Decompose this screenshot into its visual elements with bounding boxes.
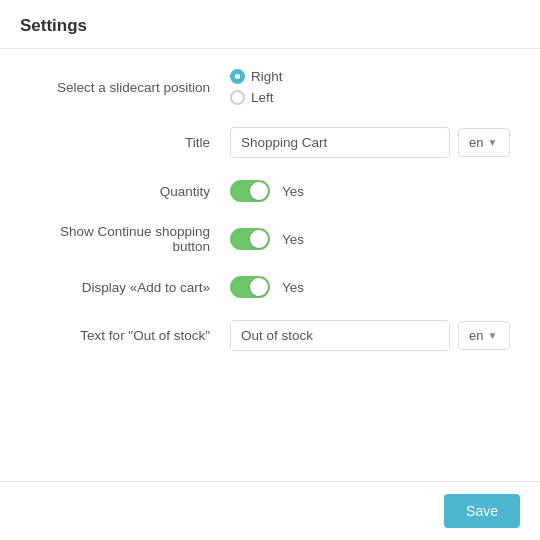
- continue-shopping-control: Yes: [230, 228, 510, 250]
- title-label: Title: [30, 135, 230, 150]
- title-row: Title en ▼: [30, 127, 510, 158]
- add-to-cart-toggle-track[interactable]: [230, 276, 270, 298]
- continue-shopping-label: Show Continue shopping button: [30, 224, 230, 254]
- continue-shopping-toggle-label: Yes: [282, 232, 304, 247]
- title-lang-value: en: [469, 135, 483, 150]
- add-to-cart-label: Display «Add to cart»: [30, 280, 230, 295]
- quantity-row: Quantity Yes: [30, 180, 510, 202]
- out-of-stock-row: Text for "Out of stock" en ▼: [30, 320, 510, 351]
- continue-shopping-toggle-track[interactable]: [230, 228, 270, 250]
- quantity-toggle-label: Yes: [282, 184, 304, 199]
- slidecart-position-label: Select a slidecart position: [30, 80, 230, 95]
- quantity-toggle-track[interactable]: [230, 180, 270, 202]
- position-radio-group: Right Left: [230, 69, 283, 105]
- save-button[interactable]: Save: [444, 494, 520, 528]
- page-title: Settings: [20, 16, 87, 35]
- position-right-radio[interactable]: [230, 69, 245, 84]
- quantity-toggle-thumb: [250, 182, 268, 200]
- add-to-cart-toggle-thumb: [250, 278, 268, 296]
- out-of-stock-input[interactable]: [230, 320, 450, 351]
- quantity-label: Quantity: [30, 184, 230, 199]
- title-control: en ▼: [230, 127, 510, 158]
- add-to-cart-toggle[interactable]: [230, 276, 270, 298]
- title-lang-dropdown[interactable]: en ▼: [458, 128, 510, 157]
- slidecart-position-control: Right Left: [230, 69, 510, 105]
- quantity-control: Yes: [230, 180, 510, 202]
- add-to-cart-toggle-label: Yes: [282, 280, 304, 295]
- main-content: Select a slidecart position Right Left T…: [0, 49, 540, 481]
- position-right-item[interactable]: Right: [230, 69, 283, 84]
- title-lang-arrow-icon: ▼: [487, 137, 497, 148]
- page-footer: Save: [0, 481, 540, 540]
- quantity-toggle[interactable]: [230, 180, 270, 202]
- continue-shopping-row: Show Continue shopping button Yes: [30, 224, 510, 254]
- position-left-item[interactable]: Left: [230, 90, 283, 105]
- title-input[interactable]: [230, 127, 450, 158]
- out-of-stock-control: en ▼: [230, 320, 510, 351]
- position-left-radio[interactable]: [230, 90, 245, 105]
- out-of-stock-lang-dropdown[interactable]: en ▼: [458, 321, 510, 350]
- out-of-stock-lang-value: en: [469, 328, 483, 343]
- position-left-label: Left: [251, 90, 274, 105]
- add-to-cart-control: Yes: [230, 276, 510, 298]
- slidecart-position-row: Select a slidecart position Right Left: [30, 69, 510, 105]
- out-of-stock-label: Text for "Out of stock": [30, 328, 230, 343]
- out-of-stock-lang-arrow-icon: ▼: [487, 330, 497, 341]
- continue-shopping-toggle[interactable]: [230, 228, 270, 250]
- continue-shopping-toggle-thumb: [250, 230, 268, 248]
- position-right-label: Right: [251, 69, 283, 84]
- add-to-cart-row: Display «Add to cart» Yes: [30, 276, 510, 298]
- page-header: Settings: [0, 0, 540, 49]
